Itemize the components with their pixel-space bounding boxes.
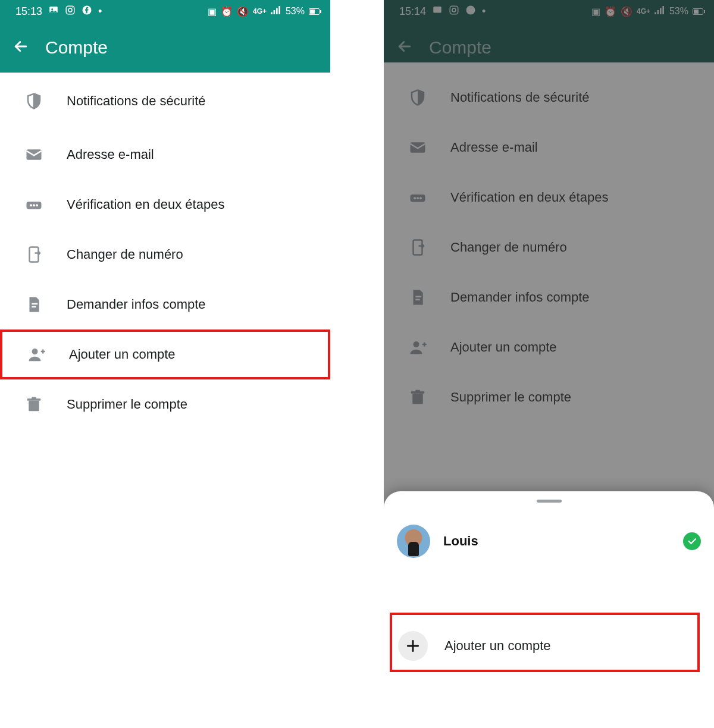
app-bar: Compte [384, 23, 714, 73]
facebook-icon [82, 5, 92, 18]
mute-icon: 🔇 [237, 6, 249, 17]
svg-point-12 [30, 204, 32, 206]
facebook-icon [465, 5, 476, 18]
more-dot-icon [98, 5, 102, 18]
item-add-account[interactable]: Ajouter un compte [384, 322, 714, 372]
person-add-icon [408, 337, 428, 357]
check-icon [683, 532, 701, 550]
item-two-step[interactable]: Vérification en deux étapes [384, 172, 714, 222]
item-security-notifications[interactable]: Notifications de sécurité [0, 73, 330, 130]
svg-rect-8 [276, 8, 278, 15]
item-label: Vérification en deux étapes [67, 197, 224, 212]
account-row[interactable]: Louis [384, 517, 714, 566]
svg-point-32 [414, 197, 416, 199]
network-label: 4G+ [253, 7, 267, 15]
account-name: Louis [443, 534, 478, 549]
phone-swap-icon [24, 244, 44, 265]
app-bar: Compte [0, 23, 330, 73]
shield-icon [408, 87, 428, 108]
svg-rect-39 [412, 394, 423, 404]
dots-box-icon [24, 194, 44, 215]
item-label: Adresse e-mail [67, 147, 154, 162]
item-label: Supprimer le compte [67, 397, 187, 412]
trash-icon [24, 394, 44, 415]
battery-icon [693, 8, 703, 15]
battery-label: 53% [669, 6, 688, 17]
item-two-step[interactable]: Vérification en deux étapes [0, 180, 330, 230]
status-time: 15:14 [399, 5, 426, 18]
svg-rect-26 [654, 12, 656, 15]
sheet-add-label: Ajouter un compte [444, 638, 551, 654]
mail-icon [408, 137, 428, 158]
svg-point-38 [414, 341, 419, 347]
svg-rect-7 [274, 10, 275, 14]
item-security-notifications[interactable]: Notifications de sécurité [384, 73, 714, 123]
phone-swap-icon [408, 237, 428, 258]
svg-rect-21 [32, 397, 36, 400]
svg-point-34 [419, 197, 422, 199]
app-update-icon: ▣ [208, 6, 217, 17]
svg-rect-29 [662, 6, 664, 14]
more-dot-icon [482, 5, 486, 18]
item-label: Demander infos compte [450, 290, 590, 305]
gallery-icon [48, 5, 59, 18]
item-change-number[interactable]: Changer de numéro [0, 230, 330, 280]
screenshot-left: 15:13 ▣ ⏰ 🔇 4G+ 53% [0, 0, 330, 728]
plus-icon [398, 631, 428, 661]
svg-point-25 [466, 5, 475, 14]
battery-icon [309, 8, 320, 15]
instagram-icon [449, 5, 459, 18]
svg-rect-6 [271, 12, 273, 15]
item-request-info[interactable]: Demander infos compte [384, 272, 714, 322]
svg-point-4 [72, 7, 73, 8]
page-title: Compte [45, 37, 108, 58]
item-label: Supprimer le compte [450, 390, 571, 405]
settings-list: Notifications de sécurité Adresse e-mail… [384, 73, 714, 422]
item-email[interactable]: Adresse e-mail [384, 123, 714, 172]
person-add-icon [26, 344, 46, 365]
drag-handle[interactable] [537, 500, 562, 503]
svg-rect-22 [433, 7, 441, 13]
svg-rect-17 [32, 306, 36, 308]
settings-list: Notifications de sécurité Adresse e-mail… [0, 73, 330, 429]
svg-rect-23 [450, 6, 458, 14]
svg-rect-15 [30, 247, 39, 262]
network-label: 4G+ [637, 7, 650, 15]
screenshot-right: 15:14 ▣ ⏰ 🔇 4G+ 53% [384, 0, 714, 728]
svg-rect-27 [657, 10, 659, 14]
svg-rect-37 [415, 299, 420, 301]
mail-icon [24, 145, 44, 165]
svg-point-13 [33, 204, 35, 206]
document-icon [408, 287, 428, 307]
bottom-sheet: Louis Ajouter un compte [384, 491, 714, 728]
signal-icon [654, 6, 665, 17]
instagram-icon [65, 5, 76, 18]
svg-rect-35 [414, 240, 422, 255]
svg-rect-36 [415, 296, 421, 298]
svg-rect-2 [66, 6, 74, 14]
item-label: Ajouter un compte [69, 347, 176, 362]
svg-rect-19 [29, 401, 39, 412]
svg-point-3 [68, 8, 72, 12]
avatar [397, 525, 430, 558]
sheet-add-account[interactable]: Ajouter un compte [384, 619, 714, 673]
item-change-number[interactable]: Changer de numéro [384, 222, 714, 272]
item-label: Notifications de sécurité [67, 93, 206, 109]
item-label: Vérification en deux étapes [450, 190, 608, 205]
signal-icon [271, 6, 281, 17]
shield-icon [24, 91, 44, 111]
battery-label: 53% [286, 6, 305, 17]
trash-icon [408, 387, 428, 407]
item-delete-account[interactable]: Supprimer le compte [0, 379, 330, 429]
svg-point-1 [51, 8, 53, 10]
dots-box-icon [408, 187, 428, 208]
back-arrow-icon[interactable] [12, 37, 30, 58]
back-arrow-icon[interactable] [396, 37, 414, 58]
mute-icon: 🔇 [621, 6, 632, 17]
item-request-info[interactable]: Demander infos compte [0, 280, 330, 330]
item-label: Changer de numéro [67, 247, 183, 262]
item-delete-account[interactable]: Supprimer le compte [384, 372, 714, 422]
item-label: Adresse e-mail [450, 140, 538, 155]
item-email[interactable]: Adresse e-mail [0, 130, 330, 180]
item-add-account[interactable]: Ajouter un compte [0, 330, 330, 379]
